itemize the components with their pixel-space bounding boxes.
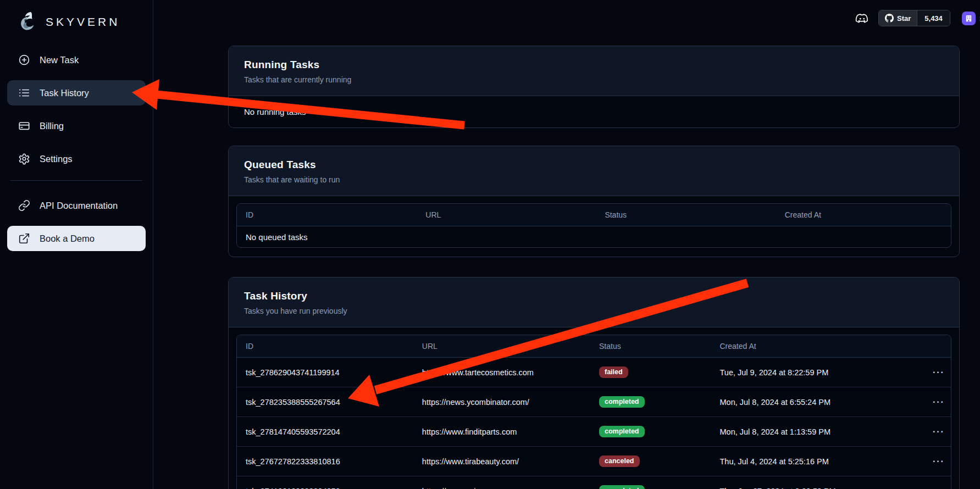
column-header: ID (237, 342, 413, 351)
task-status-cell: completed (590, 426, 711, 438)
task-row[interactable]: tsk_278147405593572204 https://www.findi… (237, 417, 951, 447)
task-row[interactable]: tsk_274180139292204058 https://www.geico… (237, 476, 951, 489)
sidebar-item[interactable]: Settings (7, 146, 146, 171)
status-badge: completed (599, 485, 645, 489)
task-url-cell: https://news.ycombinator.com/ (413, 398, 590, 407)
task-id-cell: tsk_278147405593572204 (237, 427, 413, 436)
discord-icon (853, 11, 871, 26)
queued-tasks-header: Queued Tasks Tasks that are waiting to r… (229, 146, 959, 196)
task-actions-cell (899, 455, 951, 468)
discord-button[interactable] (853, 11, 871, 26)
task-created-cell: Thu, Jul 4, 2024 at 5:25:16 PM (711, 457, 900, 466)
github-star-label: Star (897, 14, 911, 23)
task-actions-cell (899, 426, 951, 438)
sidebar-nav: New Task Task History Billing Settings (7, 47, 146, 171)
table-header-row: IDURLStatusCreated At (237, 204, 951, 226)
running-tasks-header: Running Tasks Tasks that are currently r… (229, 46, 959, 96)
task-status-cell: completed (590, 396, 711, 408)
panel-subtitle: Tasks that are waiting to run (244, 175, 944, 185)
running-tasks-empty-state: No running tasks (229, 96, 959, 127)
task-created-cell: Thu, Jun 27, 2024 at 8:38:58 PM (711, 487, 900, 489)
panel-title: Running Tasks (244, 58, 944, 71)
task-actions-cell (899, 396, 951, 408)
sidebar-item[interactable]: New Task (7, 47, 146, 73)
task-url-cell: https://www.tartecosmetics.com (413, 368, 590, 377)
row-actions-ellipsis-icon[interactable] (931, 485, 947, 489)
credit-card-icon (18, 120, 30, 132)
sidebar-item[interactable]: Book a Demo (7, 226, 146, 251)
panel-title: Task History (244, 290, 944, 303)
task-url-cell: https://www.tirabeauty.com/ (413, 457, 590, 466)
skyvern-dragon-icon (16, 10, 39, 34)
row-actions-ellipsis-icon[interactable] (931, 396, 947, 408)
column-header: Status (596, 210, 776, 219)
list-icon (18, 87, 30, 99)
task-created-cell: Mon, Jul 8, 2024 at 6:55:24 PM (711, 398, 900, 407)
status-badge: completed (599, 396, 645, 408)
app: SKYVERN New Task Task History Billing Se… (0, 0, 980, 489)
queued-tasks-panel: Queued Tasks Tasks that are waiting to r… (228, 146, 960, 257)
task-id-cell: tsk_276727822333810816 (237, 457, 413, 466)
column-header: URL (417, 210, 596, 219)
github-star-widget[interactable]: Star 5,434 (878, 10, 950, 26)
sidebar-item[interactable]: API Documentation (7, 193, 146, 218)
running-tasks-panel: Running Tasks Tasks that are currently r… (228, 46, 960, 128)
main-content: Running Tasks Tasks that are currently r… (228, 46, 960, 489)
github-icon (885, 14, 894, 23)
task-history-table: IDURLStatusCreated At tsk_27862904374119… (236, 335, 951, 489)
task-url-cell: https://www.finditparts.com (413, 427, 590, 436)
sidebar-secondary-nav: API Documentation Book a Demo (7, 193, 146, 251)
column-header: URL (413, 342, 590, 351)
task-history-header: Task History Tasks you have run previous… (229, 277, 959, 327)
status-badge: failed (599, 366, 628, 379)
task-actions-cell (899, 366, 951, 379)
link-icon (18, 199, 30, 212)
external-link-icon (18, 232, 30, 244)
sidebar: SKYVERN New Task Task History Billing Se… (0, 0, 153, 489)
queued-tasks-empty-state: No queued tasks (237, 226, 951, 247)
task-row[interactable]: tsk_278235388555267564 https://news.ycom… (237, 387, 951, 417)
queued-tasks-body: IDURLStatusCreated At No queued tasks (229, 203, 959, 248)
table-header-row: IDURLStatusCreated At (237, 335, 951, 358)
task-created-cell: Mon, Jul 8, 2024 at 1:13:59 PM (711, 427, 900, 436)
task-id-cell: tsk_274180139292204058 (237, 487, 413, 489)
building-icon (965, 14, 973, 23)
status-badge: completed (599, 426, 645, 438)
row-actions-ellipsis-icon[interactable] (931, 366, 947, 379)
sidebar-item[interactable]: Task History (7, 80, 146, 105)
task-history-panel: Task History Tasks you have run previous… (228, 277, 960, 489)
column-header: ID (237, 210, 417, 219)
task-url-cell: https://www.geico.com (413, 487, 590, 489)
task-status-cell: failed (590, 366, 711, 379)
gear-icon (18, 153, 30, 165)
panel-subtitle: Tasks you have run previously (244, 306, 944, 316)
plus-circle-icon (18, 54, 30, 66)
column-header: Created At (776, 210, 951, 219)
topbar: Star 5,434 Sk (853, 9, 980, 27)
status-badge: canceled (599, 455, 640, 468)
task-id-cell: tsk_278235388555267564 (237, 398, 413, 407)
brand-name: SKYVERN (46, 15, 120, 29)
task-row[interactable]: tsk_278629043741199914 https://www.tarte… (237, 358, 951, 387)
github-star-count[interactable]: 5,434 (917, 10, 950, 26)
task-status-cell: completed (590, 485, 711, 489)
task-actions-cell (899, 485, 951, 489)
row-actions-ellipsis-icon[interactable] (931, 426, 947, 438)
sidebar-item[interactable]: Billing (7, 113, 146, 138)
sidebar-divider (10, 180, 142, 181)
org-avatar[interactable] (962, 12, 976, 25)
task-id-cell: tsk_278629043741199914 (237, 368, 413, 377)
panel-title: Queued Tasks (244, 158, 944, 171)
task-status-cell: canceled (590, 455, 711, 468)
brand-logo-link[interactable]: SKYVERN (7, 7, 146, 36)
task-row[interactable]: tsk_276727822333810816 https://www.tirab… (237, 447, 951, 476)
task-created-cell: Tue, Jul 9, 2024 at 8:22:59 PM (711, 368, 900, 377)
row-actions-ellipsis-icon[interactable] (931, 455, 947, 468)
task-history-rows: tsk_278629043741199914 https://www.tarte… (237, 358, 951, 489)
column-header: Status (590, 342, 711, 351)
column-header: Created At (711, 342, 900, 351)
task-history-body: IDURLStatusCreated At tsk_27862904374119… (229, 335, 959, 489)
queued-tasks-table: IDURLStatusCreated At No queued tasks (236, 203, 951, 248)
panel-subtitle: Tasks that are currently running (244, 75, 944, 85)
github-star-button[interactable]: Star (879, 10, 917, 26)
